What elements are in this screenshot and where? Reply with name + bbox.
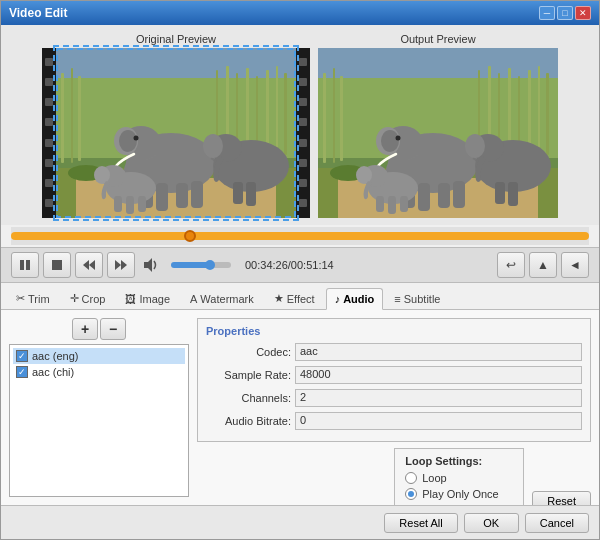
svg-point-61 [396, 135, 401, 140]
codec-label: Codec: [206, 346, 291, 358]
time-display: 00:34:26/00:51:14 [245, 259, 334, 271]
film-hole [299, 199, 307, 207]
svg-rect-56 [546, 73, 549, 155]
film-hole [45, 78, 53, 86]
loop-option[interactable]: Loop [405, 472, 513, 484]
trim-icon: ✂ [16, 292, 25, 305]
play-once-option[interactable]: Play Only Once [405, 488, 513, 500]
svg-rect-65 [453, 181, 465, 208]
tab-image-label: Image [139, 293, 170, 305]
volume-thumb[interactable] [205, 260, 215, 270]
tab-subtitle[interactable]: ≡ Subtitle [385, 288, 449, 309]
ok-button[interactable]: OK [464, 513, 519, 533]
tab-trim-label: Trim [28, 293, 50, 305]
play-once-label: Play Only Once [422, 488, 498, 500]
cancel-button[interactable]: Cancel [525, 513, 589, 533]
track-item-chi[interactable]: ✓ aac (chi) [13, 364, 185, 380]
tab-watermark[interactable]: A Watermark [181, 288, 263, 309]
volume-slider[interactable] [171, 262, 231, 268]
film-hole [299, 118, 307, 126]
film-hole [45, 159, 53, 167]
svg-rect-35 [114, 196, 122, 212]
svg-rect-26 [191, 181, 203, 208]
svg-point-68 [465, 134, 485, 158]
film-hole [45, 179, 53, 187]
timeline-area[interactable] [11, 227, 589, 245]
film-hole [45, 98, 53, 106]
original-preview-label: Original Preview [136, 33, 216, 45]
svg-rect-7 [61, 73, 64, 163]
loop-radio[interactable] [405, 472, 417, 484]
svg-marker-81 [89, 260, 95, 270]
film-strip-left [42, 48, 56, 218]
step-forward-button[interactable] [107, 252, 135, 278]
tab-audio-label: Audio [343, 293, 374, 305]
add-remove-bar: + − [9, 318, 189, 340]
reset-button[interactable]: Reset [532, 491, 591, 505]
tab-audio[interactable]: ♪ Audio [326, 288, 384, 310]
audio-icon: ♪ [335, 293, 341, 305]
svg-rect-69 [495, 182, 505, 204]
subtitle-icon: ≡ [394, 293, 400, 305]
svg-rect-46 [323, 73, 326, 163]
footer-bar: Reset All OK Cancel [1, 505, 599, 539]
sample-rate-label: Sample Rate: [206, 369, 291, 381]
svg-rect-79 [52, 260, 62, 270]
remove-track-button[interactable]: − [100, 318, 126, 340]
svg-rect-37 [138, 196, 146, 212]
undo-button[interactable]: ↩ [497, 252, 525, 278]
bitrate-value: 0 [295, 412, 582, 430]
tab-effect[interactable]: ★ Effect [265, 287, 324, 309]
sample-rate-row: Sample Rate: 48000 [206, 366, 582, 384]
preview-area: Original Preview [1, 25, 599, 225]
timeline-track[interactable] [11, 232, 589, 240]
svg-rect-48 [340, 76, 343, 161]
original-video-frame [56, 48, 296, 218]
left-panel: + − ✓ aac (eng) ✓ aac (chi) [9, 318, 189, 497]
play-once-radio[interactable] [405, 488, 417, 500]
maximize-button[interactable]: □ [557, 6, 573, 20]
reset-all-button[interactable]: Reset All [384, 513, 457, 533]
crop-icon: ✛ [70, 292, 79, 305]
film-hole [45, 58, 53, 66]
volume-icon[interactable] [139, 252, 163, 278]
film-hole [299, 78, 307, 86]
controls-bar: 00:34:26/00:51:14 ↩ ▲ ◄ [1, 247, 599, 283]
stop-button[interactable] [43, 252, 71, 278]
right-panel: Properties Codec: aac Sample Rate: 48000… [197, 318, 591, 497]
prev-button[interactable]: ◄ [561, 252, 589, 278]
pause-button[interactable] [11, 252, 39, 278]
film-hole [45, 118, 53, 126]
tab-crop-label: Crop [82, 293, 106, 305]
svg-point-21 [119, 130, 137, 152]
title-bar: Video Edit ─ □ ✕ [1, 1, 599, 25]
step-back-button[interactable] [75, 252, 103, 278]
content-area: + − ✓ aac (eng) ✓ aac (chi) Properties [1, 310, 599, 505]
window-title: Video Edit [9, 6, 67, 20]
tab-crop[interactable]: ✛ Crop [61, 287, 115, 309]
timeline-thumb[interactable] [184, 230, 196, 242]
original-preview-panel: Original Preview [42, 33, 310, 218]
track-checkbox-chi[interactable]: ✓ [16, 366, 28, 378]
minimize-button[interactable]: ─ [539, 6, 555, 20]
add-track-button[interactable]: + [72, 318, 98, 340]
up-button[interactable]: ▲ [529, 252, 557, 278]
tab-subtitle-label: Subtitle [404, 293, 441, 305]
film-hole [299, 179, 307, 187]
properties-title: Properties [206, 325, 582, 337]
tab-trim[interactable]: ✂ Trim [7, 287, 59, 309]
close-button[interactable]: ✕ [575, 6, 591, 20]
codec-row: Codec: aac [206, 343, 582, 361]
svg-rect-74 [376, 196, 384, 212]
tab-image[interactable]: 🖼 Image [116, 288, 179, 309]
output-preview-panel: Output Preview [318, 33, 558, 218]
track-checkbox-eng[interactable]: ✓ [16, 350, 28, 362]
film-hole [299, 139, 307, 147]
video-edit-window: Video Edit ─ □ ✕ Original Preview [0, 0, 600, 540]
svg-marker-80 [83, 260, 89, 270]
image-icon: 🖼 [125, 293, 136, 305]
codec-value: aac [295, 343, 582, 361]
svg-rect-31 [246, 182, 256, 206]
output-preview-label: Output Preview [400, 33, 475, 45]
track-item-eng[interactable]: ✓ aac (eng) [13, 348, 185, 364]
